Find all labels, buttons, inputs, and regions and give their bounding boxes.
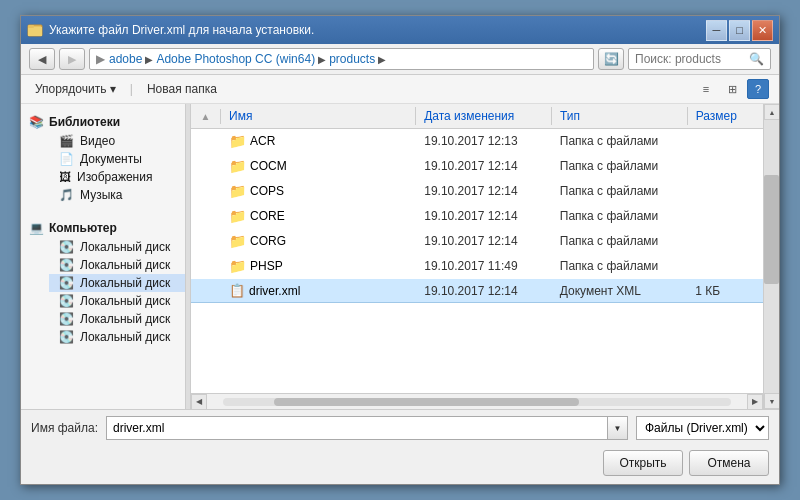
close-button[interactable]: ✕ [752,20,773,41]
file-date-phsp: 19.10.2017 11:49 [416,257,552,275]
sidebar-images-label: Изображения [77,170,152,184]
sidebar-drive-0-label: Локальный диск [80,240,170,254]
refresh-button[interactable]: 🔄 [598,48,624,70]
sidebar-drives: 💽 Локальный диск 💽 Локальный диск 💽 Лока… [21,238,185,346]
col-date-header[interactable]: Дата изменения [416,107,552,125]
forward-button[interactable]: ▶ [59,48,85,70]
drive-3-icon: 💽 [59,294,74,308]
tile-view-button[interactable]: ⊞ [721,79,743,99]
sort-up-indicator: ▲ [191,109,221,124]
sidebar-music-label: Музыка [80,188,122,202]
list-view-button[interactable]: ≡ [695,79,717,99]
file-row-corg[interactable]: 📁 CORG 19.10.2017 12:14 Папка с файлами [191,229,763,254]
scrollbar-v-track[interactable] [764,120,779,393]
images-icon: 🖼 [59,170,71,184]
sidebar-drive-4[interactable]: 💽 Локальный диск [49,310,185,328]
file-type-cops: Папка с файлами [552,182,688,200]
file-size-phsp [687,264,763,268]
filename-dropdown-button[interactable]: ▼ [608,416,628,440]
sidebar-drive-1-label: Локальный диск [80,258,170,272]
open-button[interactable]: Открыть [603,450,683,476]
sidebar-libraries-header[interactable]: 📚 Библиотеки [21,112,185,132]
sidebar-drive-2[interactable]: 💽 Локальный диск [49,274,185,292]
file-size-corg [687,239,763,243]
file-row-phsp[interactable]: 📁 PHSP 19.10.2017 11:49 Папка с файлами [191,254,763,279]
file-row-cops[interactable]: 📁 COPS 19.10.2017 12:14 Папка с файлами [191,179,763,204]
sidebar-item-documents[interactable]: 📄 Документы [49,150,185,168]
libraries-icon: 📚 [29,115,44,129]
sidebar-drive-3[interactable]: 💽 Локальный диск [49,292,185,310]
help-button[interactable]: ? [747,79,769,99]
sidebar-item-images[interactable]: 🖼 Изображения [49,168,185,186]
col-size-label: Размер [696,109,737,123]
file-label-acr: ACR [250,134,275,148]
file-row-driver-xml[interactable]: 📋 driver.xml 19.10.2017 12:14 Документ X… [191,279,763,303]
new-folder-button[interactable]: Новая папка [143,80,221,98]
folder-icon-phsp: 📁 [229,258,246,274]
folder-icon-cops: 📁 [229,183,246,199]
sidebar-item-video[interactable]: 🎬 Видео [49,132,185,150]
dialog-title: Укажите файл Driver.xml для начала устан… [49,23,314,37]
file-date-driver-xml: 19.10.2017 12:14 [416,282,552,300]
scrollbar-v-thumb[interactable] [764,175,779,284]
scroll-up-button[interactable]: ▲ [764,104,779,120]
sidebar-drive-5-label: Локальный диск [80,330,170,344]
col-type-header[interactable]: Тип [552,107,688,125]
file-date-cops: 19.10.2017 12:14 [416,182,552,200]
breadcrumb-bar[interactable]: ▶ adobe ▶ Adobe Photoshop CC (win64) ▶ p… [89,48,594,70]
folder-icon-corg: 📁 [229,233,246,249]
cancel-button[interactable]: Отмена [689,450,769,476]
col-type-label: Тип [560,109,580,123]
file-row-acr[interactable]: 📁 ACR 19.10.2017 12:13 Папка с файлами [191,129,763,154]
file-list-header: ▲ Имя Дата изменения Тип Размер [191,104,763,129]
up-arrow-icon: ▲ [201,111,211,122]
file-row-core[interactable]: 📁 CORE 19.10.2017 12:14 Папка с файлами [191,204,763,229]
breadcrumb-photoshop[interactable]: Adobe Photoshop CC (win64) [156,52,315,66]
filename-input[interactable] [106,416,608,440]
search-input[interactable] [635,52,745,66]
breadcrumb-products[interactable]: products [329,52,375,66]
breadcrumb-adobe[interactable]: adobe [109,52,142,66]
horizontal-scrollbar: ◀ ▶ [191,393,763,409]
sidebar-drive-1[interactable]: 💽 Локальный диск [49,256,185,274]
sidebar-item-music[interactable]: 🎵 Музыка [49,186,185,204]
back-button[interactable]: ◀ [29,48,55,70]
sidebar-computer-header[interactable]: 💻 Компьютер [21,218,185,238]
sidebar-libraries-items: 🎬 Видео 📄 Документы 🖼 Изображения 🎵 Музы… [21,132,185,204]
file-list-wrapper: ▲ Имя Дата изменения Тип Размер [191,104,763,409]
scrollbar-track[interactable] [223,398,731,406]
minimize-button[interactable]: ─ [706,20,727,41]
scrollbar-thumb[interactable] [274,398,579,406]
sidebar-computer-group: 💻 Компьютер 💽 Локальный диск 💽 Локальный… [21,218,185,346]
search-icon: 🔍 [749,52,764,66]
view-icons: ≡ ⊞ ? [695,79,769,99]
dialog-icon [27,22,43,38]
scroll-down-button[interactable]: ▼ [764,393,779,409]
main-area: 📚 Библиотеки 🎬 Видео 📄 Документы 🖼 Изобр… [21,104,779,409]
sidebar-drive-0[interactable]: 💽 Локальный диск [49,238,185,256]
folder-icon-core: 📁 [229,208,246,224]
file-date-corg: 19.10.2017 12:14 [416,232,552,250]
sidebar-drive-3-label: Локальный диск [80,294,170,308]
footer-actions: Открыть Отмена [21,446,779,484]
sidebar-libraries-label: Библиотеки [49,115,120,129]
sidebar-drive-5[interactable]: 💽 Локальный диск [49,328,185,346]
video-icon: 🎬 [59,134,74,148]
sidebar-computer-label: Компьютер [49,221,117,235]
sidebar-documents-label: Документы [80,152,142,166]
filetype-select[interactable]: Файлы (Driver.xml) [636,416,769,440]
file-type-corg: Папка с файлами [552,232,688,250]
file-row-cocm[interactable]: 📁 COCM 19.10.2017 12:14 Папка с файлами [191,154,763,179]
file-label-driver-xml: driver.xml [249,284,300,298]
arrange-button[interactable]: Упорядочить ▾ [31,80,120,98]
folder-icon-acr: 📁 [229,133,246,149]
scroll-right-button[interactable]: ▶ [747,394,763,410]
drive-1-icon: 💽 [59,258,74,272]
drive-4-icon: 💽 [59,312,74,326]
drive-0-icon: 💽 [59,240,74,254]
scroll-left-button[interactable]: ◀ [191,394,207,410]
maximize-button[interactable]: □ [729,20,750,41]
col-size-header[interactable]: Размер [688,107,763,125]
col-name-header[interactable]: Имя [221,107,416,125]
file-date-cocm: 19.10.2017 12:14 [416,157,552,175]
